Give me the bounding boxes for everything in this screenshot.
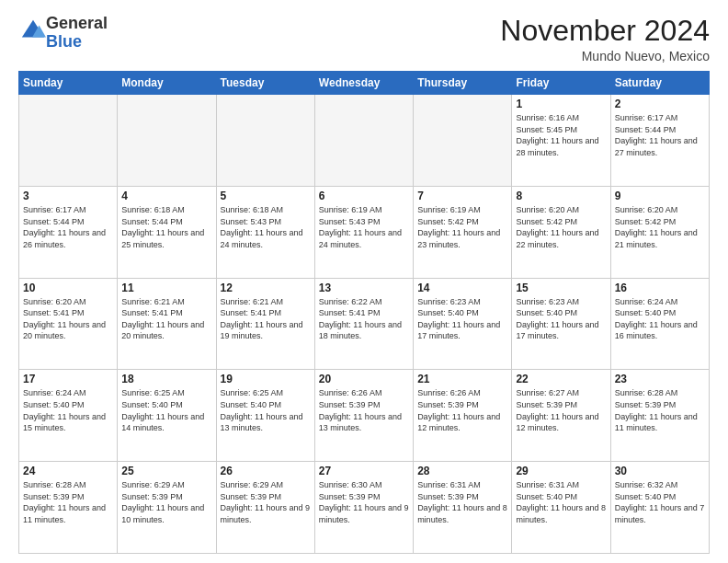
table-row: 29Sunrise: 6:31 AM Sunset: 5:40 PM Dayli… (512, 462, 610, 554)
day-number: 24 (23, 465, 113, 477)
table-row: 30Sunrise: 6:32 AM Sunset: 5:40 PM Dayli… (610, 462, 709, 554)
table-row: 9Sunrise: 6:20 AM Sunset: 5:42 PM Daylig… (610, 186, 709, 278)
table-row: 6Sunrise: 6:19 AM Sunset: 5:43 PM Daylig… (314, 186, 413, 278)
col-saturday: Saturday (610, 72, 709, 95)
day-info: Sunrise: 6:21 AM Sunset: 5:41 PM Dayligh… (221, 296, 311, 342)
day-info: Sunrise: 6:24 AM Sunset: 5:40 PM Dayligh… (615, 296, 705, 342)
table-row (314, 95, 413, 187)
day-info: Sunrise: 6:29 AM Sunset: 5:39 PM Dayligh… (221, 479, 311, 525)
day-info: Sunrise: 6:27 AM Sunset: 5:39 PM Dayligh… (516, 387, 606, 433)
day-number: 7 (417, 190, 507, 202)
calendar-week-row: 3Sunrise: 6:17 AM Sunset: 5:44 PM Daylig… (19, 186, 710, 278)
day-number: 21 (417, 373, 507, 385)
day-info: Sunrise: 6:25 AM Sunset: 5:40 PM Dayligh… (121, 387, 211, 433)
table-row: 1Sunrise: 6:16 AM Sunset: 5:45 PM Daylig… (512, 95, 610, 187)
logo-icon (20, 18, 46, 44)
day-number: 10 (23, 282, 113, 294)
day-info: Sunrise: 6:19 AM Sunset: 5:42 PM Dayligh… (417, 204, 507, 250)
day-number: 9 (615, 190, 705, 202)
col-friday: Friday (512, 72, 610, 95)
day-number: 16 (615, 282, 705, 294)
table-row: 14Sunrise: 6:23 AM Sunset: 5:40 PM Dayli… (414, 278, 512, 370)
day-number: 22 (516, 373, 606, 385)
day-number: 28 (417, 465, 507, 477)
table-row: 20Sunrise: 6:26 AM Sunset: 5:39 PM Dayli… (314, 370, 413, 462)
day-number: 19 (221, 373, 311, 385)
logo: General Blue (18, 15, 108, 52)
table-row: 2Sunrise: 6:17 AM Sunset: 5:44 PM Daylig… (610, 95, 709, 187)
calendar-table: Sunday Monday Tuesday Wednesday Thursday… (18, 71, 710, 554)
table-row: 27Sunrise: 6:30 AM Sunset: 5:39 PM Dayli… (314, 462, 413, 554)
day-info: Sunrise: 6:20 AM Sunset: 5:41 PM Dayligh… (23, 296, 113, 342)
day-info: Sunrise: 6:18 AM Sunset: 5:43 PM Dayligh… (221, 204, 311, 250)
day-info: Sunrise: 6:26 AM Sunset: 5:39 PM Dayligh… (417, 387, 507, 433)
table-row: 7Sunrise: 6:19 AM Sunset: 5:42 PM Daylig… (414, 186, 512, 278)
day-number: 11 (121, 282, 211, 294)
table-row: 25Sunrise: 6:29 AM Sunset: 5:39 PM Dayli… (118, 462, 216, 554)
day-info: Sunrise: 6:25 AM Sunset: 5:40 PM Dayligh… (221, 387, 311, 433)
subtitle: Mundo Nuevo, Mexico (500, 49, 710, 63)
calendar-week-row: 10Sunrise: 6:20 AM Sunset: 5:41 PM Dayli… (19, 278, 710, 370)
day-info: Sunrise: 6:22 AM Sunset: 5:41 PM Dayligh… (319, 296, 409, 342)
table-row: 12Sunrise: 6:21 AM Sunset: 5:41 PM Dayli… (216, 278, 314, 370)
day-number: 25 (121, 465, 211, 477)
table-row: 4Sunrise: 6:18 AM Sunset: 5:44 PM Daylig… (118, 186, 216, 278)
table-row: 13Sunrise: 6:22 AM Sunset: 5:41 PM Dayli… (314, 278, 413, 370)
day-number: 2 (615, 98, 705, 110)
col-thursday: Thursday (414, 72, 512, 95)
table-row: 5Sunrise: 6:18 AM Sunset: 5:43 PM Daylig… (216, 186, 314, 278)
day-number: 26 (221, 465, 311, 477)
table-row: 23Sunrise: 6:28 AM Sunset: 5:39 PM Dayli… (610, 370, 709, 462)
day-number: 18 (121, 373, 211, 385)
day-number: 6 (319, 190, 409, 202)
col-tuesday: Tuesday (216, 72, 314, 95)
day-number: 5 (221, 190, 311, 202)
day-number: 17 (23, 373, 113, 385)
table-row: 21Sunrise: 6:26 AM Sunset: 5:39 PM Dayli… (414, 370, 512, 462)
table-row: 3Sunrise: 6:17 AM Sunset: 5:44 PM Daylig… (19, 186, 118, 278)
day-info: Sunrise: 6:30 AM Sunset: 5:39 PM Dayligh… (319, 479, 409, 525)
table-row: 17Sunrise: 6:24 AM Sunset: 5:40 PM Dayli… (19, 370, 118, 462)
table-row (19, 95, 118, 187)
day-info: Sunrise: 6:18 AM Sunset: 5:44 PM Dayligh… (121, 204, 211, 250)
day-number: 12 (221, 282, 311, 294)
day-info: Sunrise: 6:17 AM Sunset: 5:44 PM Dayligh… (23, 204, 113, 250)
day-info: Sunrise: 6:31 AM Sunset: 5:40 PM Dayligh… (516, 479, 606, 525)
page: General Blue November 2024 Mundo Nuevo, … (0, 0, 728, 563)
day-number: 14 (417, 282, 507, 294)
day-number: 8 (516, 190, 606, 202)
day-number: 23 (615, 373, 705, 385)
title-section: November 2024 Mundo Nuevo, Mexico (500, 15, 710, 63)
day-number: 3 (23, 190, 113, 202)
day-info: Sunrise: 6:16 AM Sunset: 5:45 PM Dayligh… (516, 112, 606, 158)
day-info: Sunrise: 6:17 AM Sunset: 5:44 PM Dayligh… (615, 112, 705, 158)
day-info: Sunrise: 6:29 AM Sunset: 5:39 PM Dayligh… (121, 479, 211, 525)
table-row: 19Sunrise: 6:25 AM Sunset: 5:40 PM Dayli… (216, 370, 314, 462)
table-row: 18Sunrise: 6:25 AM Sunset: 5:40 PM Dayli… (118, 370, 216, 462)
table-row: 22Sunrise: 6:27 AM Sunset: 5:39 PM Dayli… (512, 370, 610, 462)
day-info: Sunrise: 6:21 AM Sunset: 5:41 PM Dayligh… (121, 296, 211, 342)
logo-blue-text: Blue (46, 32, 82, 51)
table-row: 28Sunrise: 6:31 AM Sunset: 5:39 PM Dayli… (414, 462, 512, 554)
col-monday: Monday (118, 72, 216, 95)
calendar-week-row: 17Sunrise: 6:24 AM Sunset: 5:40 PM Dayli… (19, 370, 710, 462)
day-number: 20 (319, 373, 409, 385)
table-row (216, 95, 314, 187)
day-number: 1 (516, 98, 606, 110)
day-info: Sunrise: 6:26 AM Sunset: 5:39 PM Dayligh… (319, 387, 409, 433)
calendar-header-row: Sunday Monday Tuesday Wednesday Thursday… (19, 72, 710, 95)
table-row: 26Sunrise: 6:29 AM Sunset: 5:39 PM Dayli… (216, 462, 314, 554)
day-info: Sunrise: 6:32 AM Sunset: 5:40 PM Dayligh… (615, 479, 705, 525)
day-number: 13 (319, 282, 409, 294)
day-number: 4 (121, 190, 211, 202)
table-row: 15Sunrise: 6:23 AM Sunset: 5:40 PM Dayli… (512, 278, 610, 370)
day-number: 27 (319, 465, 409, 477)
calendar-week-row: 1Sunrise: 6:16 AM Sunset: 5:45 PM Daylig… (19, 95, 710, 187)
day-info: Sunrise: 6:23 AM Sunset: 5:40 PM Dayligh… (417, 296, 507, 342)
month-title: November 2024 (500, 15, 710, 47)
table-row (118, 95, 216, 187)
col-wednesday: Wednesday (314, 72, 413, 95)
table-row: 24Sunrise: 6:28 AM Sunset: 5:39 PM Dayli… (19, 462, 118, 554)
calendar-week-row: 24Sunrise: 6:28 AM Sunset: 5:39 PM Dayli… (19, 462, 710, 554)
day-info: Sunrise: 6:28 AM Sunset: 5:39 PM Dayligh… (23, 479, 113, 525)
